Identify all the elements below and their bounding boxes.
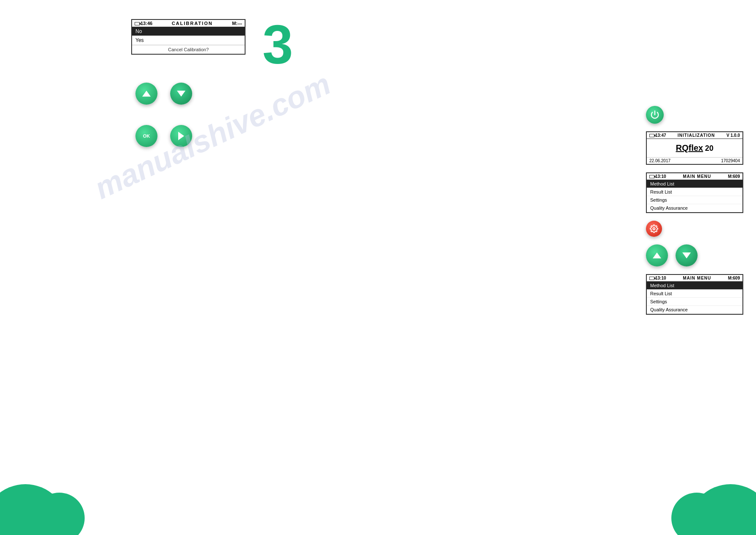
bottom-decoration-right: [663, 484, 756, 535]
cal-time: 13:46: [141, 21, 152, 26]
init-body: RQflex 20: [647, 139, 742, 157]
calibration-screen: 13:46 CALIBRATION M:--- No Yes Cancel Ca…: [131, 19, 246, 55]
menu2-item-3[interactable]: Quality Assurance: [647, 306, 742, 314]
init-footer: 22.06.2017 17029404: [647, 157, 742, 164]
right-panel: 13:47 INITIALIZATION V 1.0.0 RQflex 20 2…: [646, 106, 743, 315]
menu2-item-2[interactable]: Settings: [647, 298, 742, 306]
menu2-item-0[interactable]: Method List: [647, 282, 742, 290]
init-date: 22.06.2017: [649, 158, 670, 163]
menu1-battery-icon: [649, 174, 655, 179]
down-button[interactable]: [170, 83, 192, 105]
init-header: 13:47 INITIALIZATION V 1.0.0: [647, 132, 742, 139]
menu2-m-val: M:609: [728, 276, 740, 280]
nav-buttons-up-down: [135, 83, 192, 105]
menu1-item-0[interactable]: Method List: [647, 180, 742, 188]
right-nav-buttons: [646, 244, 698, 266]
menu1-item-1[interactable]: Result List: [647, 188, 742, 196]
settings-button[interactable]: [646, 221, 662, 237]
ok-label: OK: [143, 133, 150, 139]
cal-battery-icon: [135, 21, 141, 26]
next-arrow-icon: [178, 132, 184, 140]
down-arrow-icon: [177, 91, 185, 97]
menu2-time: 13:10: [655, 276, 666, 280]
menu2-battery-icon: [649, 276, 655, 280]
init-brand: RQflex 20: [651, 143, 738, 153]
initialization-screen: 13:47 INITIALIZATION V 1.0.0 RQflex 20 2…: [646, 131, 743, 165]
menu1-item-3[interactable]: Quality Assurance: [647, 204, 742, 212]
init-serial: 17029404: [721, 158, 740, 163]
main-menu-screen-2: 13:10 MAIN MENU M:609 Method List Result…: [646, 274, 743, 315]
menu1-item-2[interactable]: Settings: [647, 196, 742, 204]
menu1-time: 13:10: [655, 174, 666, 179]
init-time: 13:47: [655, 133, 666, 138]
cal-footer: Cancel Calibration?: [132, 45, 245, 54]
right-down-button[interactable]: [676, 244, 698, 266]
nav-buttons-ok-next: OK: [135, 125, 192, 147]
settings-icon: [650, 225, 658, 233]
svg-point-0: [653, 228, 655, 230]
cal-row-no[interactable]: No: [132, 27, 245, 36]
calibration-header: 13:46 CALIBRATION M:---: [132, 20, 245, 27]
right-down-arrow-icon: [682, 252, 691, 258]
up-button[interactable]: [135, 83, 157, 105]
bottom-decoration-left: [0, 484, 93, 535]
main-menu-screen-1: 13:10 MAIN MENU M:609 Method List Result…: [646, 172, 743, 213]
cal-m-val: M:---: [232, 21, 242, 26]
right-up-button[interactable]: [646, 244, 668, 266]
watermark: manualshive.com: [89, 66, 336, 206]
cal-row-yes[interactable]: Yes: [132, 36, 245, 45]
menu2-title: MAIN MENU: [666, 276, 728, 280]
right-up-arrow-icon: [653, 252, 661, 258]
menu1-header: 13:10 MAIN MENU M:609: [647, 173, 742, 180]
init-battery-icon: [649, 133, 655, 138]
menu2-item-1[interactable]: Result List: [647, 290, 742, 298]
up-arrow-icon: [142, 91, 151, 97]
menu2-header: 13:10 MAIN MENU M:609: [647, 275, 742, 282]
init-title: INITIALIZATION: [666, 133, 727, 138]
step-number: 3: [262, 17, 293, 72]
power-button[interactable]: [646, 106, 664, 124]
init-version: V 1.0.0: [726, 133, 740, 138]
next-button[interactable]: [170, 125, 192, 147]
cal-title: CALIBRATION: [152, 21, 232, 26]
menu1-m-val: M:609: [728, 174, 740, 179]
ok-button[interactable]: OK: [135, 125, 157, 147]
power-icon: [650, 110, 659, 119]
menu1-title: MAIN MENU: [666, 174, 728, 179]
